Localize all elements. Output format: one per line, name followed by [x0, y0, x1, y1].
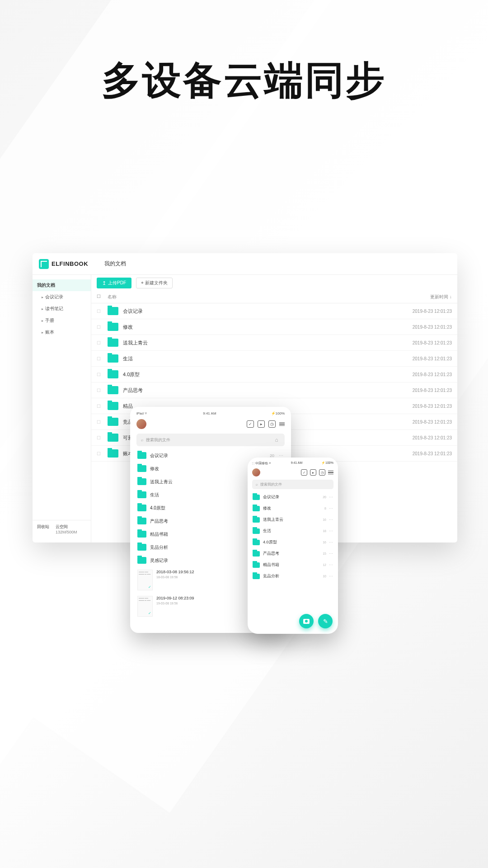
menu-icon[interactable]: [279, 422, 285, 426]
more-icon[interactable]: ⋯: [329, 552, 333, 556]
sidebar-item[interactable]: 手册: [33, 315, 91, 326]
table-row[interactable]: 4.0原型 2019-8-23 12:01:23: [91, 367, 457, 382]
tablet-search-input[interactable]: 搜索我的文件 ⌂: [136, 434, 285, 446]
folder-icon: [253, 551, 260, 557]
logo-icon: [39, 259, 49, 269]
list-item[interactable]: 产品思考 15 ⋯: [252, 548, 333, 559]
table-row[interactable]: 生活 2019-8-23 12:01:23: [91, 351, 457, 367]
list-item[interactable]: 竞品分析 10 ⋯: [252, 571, 333, 582]
more-icon[interactable]: ⋯: [329, 518, 333, 522]
phone-search-input[interactable]: 搜索我的文件: [252, 480, 333, 489]
check-icon[interactable]: ✓: [301, 469, 307, 476]
item-name: 灵感记录: [150, 557, 168, 564]
list-item[interactable]: 生活 18 ⋯: [252, 525, 333, 537]
table-row[interactable]: 会议记录 2019-8-23 12:01:23: [91, 303, 457, 319]
item-count: 18: [323, 529, 326, 533]
avatar[interactable]: [136, 419, 146, 429]
clock-icon[interactable]: ◷: [268, 420, 276, 428]
list-item[interactable]: 4.0原型 16 ⋯: [252, 537, 333, 548]
folder-icon: [108, 307, 118, 315]
sidebar-root[interactable]: 我的文档: [33, 279, 91, 291]
row-checkbox[interactable]: [97, 309, 108, 314]
row-checkbox[interactable]: [97, 388, 108, 393]
item-count: 20: [270, 453, 274, 458]
breadcrumb[interactable]: 我的文档: [104, 260, 126, 268]
col-name[interactable]: 名称: [108, 294, 384, 300]
sidebar-item[interactable]: 账本: [33, 326, 91, 338]
item-name: 精品书籍: [150, 531, 168, 538]
item-count: 8: [324, 507, 326, 510]
item-name: 4.0原型: [263, 539, 277, 545]
more-icon[interactable]: ⋯: [329, 574, 333, 579]
row-checkbox[interactable]: [97, 340, 108, 345]
table-row[interactable]: 产品思考 2019-8-23 12:01:23: [91, 382, 457, 398]
row-name: 修改: [123, 324, 384, 330]
upload-pdf-button[interactable]: 上传PDF: [97, 278, 131, 288]
clock-icon[interactable]: ◷: [319, 469, 325, 476]
more-icon[interactable]: ⋯: [329, 495, 333, 500]
table-row[interactable]: 送我上青云 2019-8-23 12:01:23: [91, 335, 457, 351]
desktop-header: ELFINBOOK 我的文档: [33, 253, 457, 275]
sidebar-item[interactable]: 读书笔记: [33, 303, 91, 315]
row-name: 生活: [123, 355, 384, 362]
folder-icon: [137, 478, 146, 485]
list-item[interactable]: 送我上青云 16 ⋯: [252, 514, 333, 525]
item-name: 生活: [150, 492, 159, 498]
more-icon[interactable]: ⋯: [329, 563, 333, 567]
item-name: 送我上青云: [150, 479, 173, 485]
list-item[interactable]: 精品书籍 12 ⋯: [252, 559, 333, 571]
folder-icon: [108, 323, 118, 331]
phone-statusbar: ⸬ 中国移动 ᯤ9:41 AM⚡100%: [250, 461, 335, 467]
row-name: 4.0原型: [123, 371, 384, 378]
row-checkbox[interactable]: [97, 435, 108, 440]
item-name: 4.0原型: [150, 505, 165, 511]
new-folder-button[interactable]: 新建文件夹: [136, 278, 173, 288]
tag-icon[interactable]: ⌂: [273, 436, 280, 443]
more-icon[interactable]: ⋯: [329, 506, 333, 511]
sidebar-item[interactable]: 会议记录: [33, 291, 91, 303]
item-count: 20: [323, 495, 326, 499]
folder-icon: [253, 562, 260, 568]
row-checkbox[interactable]: [97, 420, 108, 425]
row-time: 2019-8-23 12:01:23: [384, 356, 452, 361]
trash-link[interactable]: 回收站: [37, 524, 49, 534]
row-time: 2019-8-23 12:01:23: [384, 451, 452, 456]
folder-icon: [137, 557, 146, 564]
row-checkbox[interactable]: [97, 356, 108, 361]
list-item[interactable]: 会议记录 20 ⋯: [252, 491, 333, 503]
add-icon[interactable]: ▸: [310, 469, 316, 476]
table-row[interactable]: 修改 2019-8-23 12:01:23: [91, 319, 457, 335]
row-checkbox[interactable]: [97, 451, 108, 456]
row-checkbox[interactable]: [97, 325, 108, 330]
folder-icon: [108, 434, 118, 442]
more-icon[interactable]: ⋯: [329, 529, 333, 533]
menu-icon[interactable]: [328, 471, 333, 474]
more-icon[interactable]: ⋯: [329, 540, 333, 545]
item-name: 产品思考: [150, 518, 168, 524]
row-name: 会议记录: [123, 308, 384, 315]
check-icon[interactable]: ✓: [247, 420, 254, 428]
folder-icon: [137, 465, 146, 472]
folder-icon: [253, 517, 260, 523]
row-name: 送我上青云: [123, 340, 384, 346]
row-checkbox[interactable]: [97, 404, 108, 409]
sidebar-footer: 回收站 云空间132M/500M: [33, 520, 91, 538]
folder-icon: [137, 491, 146, 498]
row-time: 2019-8-23 12:01:23: [384, 420, 452, 425]
avatar[interactable]: [252, 468, 260, 476]
list-item[interactable]: 修改 8 ⋯: [252, 503, 333, 514]
folder-icon: [108, 370, 118, 378]
select-all-checkbox[interactable]: ☐: [97, 294, 108, 300]
folder-icon: [108, 402, 118, 410]
edit-fab-button[interactable]: [318, 614, 333, 628]
folder-icon: [108, 418, 118, 426]
add-icon[interactable]: ▸: [258, 420, 265, 428]
row-time: 2019-8-23 12:01:23: [384, 388, 452, 393]
folder-icon: [137, 452, 146, 459]
col-updated[interactable]: 更新时间: [384, 294, 452, 300]
brand-logo[interactable]: ELFINBOOK: [39, 259, 88, 269]
row-time: 2019-8-23 12:01:23: [384, 372, 452, 377]
camera-fab-button[interactable]: [299, 614, 314, 628]
folder-icon: [137, 505, 146, 511]
row-checkbox[interactable]: [97, 372, 108, 377]
